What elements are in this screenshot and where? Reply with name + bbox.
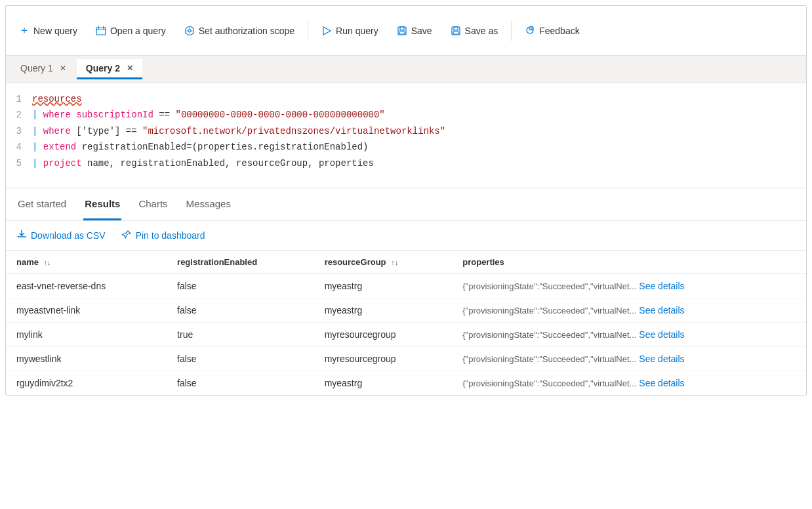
- cell-reg-5: false: [167, 371, 314, 396]
- cell-rg-4: myresourcegroup: [314, 347, 453, 371]
- feedback-icon: [525, 26, 535, 36]
- svg-point-11: [529, 26, 533, 30]
- cell-reg-3: true: [167, 323, 314, 347]
- open-query-button[interactable]: Open a query: [88, 22, 174, 40]
- new-query-button[interactable]: ＋ New query: [11, 20, 85, 41]
- cell-name-5: rguydimiv2tx2: [6, 371, 167, 396]
- tab-get-started[interactable]: Get started: [16, 188, 68, 220]
- tab-charts[interactable]: Charts: [137, 188, 169, 220]
- feedback-label: Feedback: [539, 26, 579, 36]
- download-csv-label: Download as CSV: [31, 230, 106, 241]
- set-auth-label: Set authorization scope: [199, 26, 294, 36]
- code-line-2: 2 | where subscriptionId == "00000000-00…: [6, 107, 806, 123]
- col-header-registration[interactable]: registrationEnabled: [167, 251, 314, 274]
- tab-messages-label: Messages: [186, 198, 231, 209]
- tab-results[interactable]: Results: [83, 188, 121, 220]
- query-tab-2-close[interactable]: ✕: [127, 64, 133, 73]
- results-table: name ↑↓ registrationEnabled resourceGrou…: [6, 251, 806, 395]
- save-button[interactable]: Save: [389, 22, 440, 40]
- svg-rect-5: [400, 27, 404, 30]
- line-content-3: | where ['type'] == "microsoft.network/p…: [32, 124, 806, 138]
- run-query-button[interactable]: Run query: [314, 22, 386, 40]
- rg-sort-icon[interactable]: ↑↓: [391, 258, 398, 266]
- see-details-1[interactable]: See details: [639, 281, 684, 291]
- cell-rg-1: myeastrg: [314, 274, 453, 298]
- cell-name-2: myeastvnet-link: [6, 298, 167, 323]
- svg-marker-3: [323, 27, 331, 35]
- tab-charts-label: Charts: [138, 198, 167, 209]
- see-details-4[interactable]: See details: [639, 354, 684, 364]
- query-tab-1-label: Query 1: [20, 63, 53, 73]
- save-label: Save: [411, 26, 432, 36]
- line-num-1: 1: [6, 92, 32, 106]
- tab-get-started-label: Get started: [18, 198, 66, 209]
- see-details-3[interactable]: See details: [639, 329, 684, 340]
- pin-dashboard-button[interactable]: Pin to dashboard: [121, 230, 205, 242]
- query-tab-1[interactable]: Query 1 ✕: [11, 59, 75, 79]
- table-row: mylink true myresourcegroup {"provisioni…: [6, 323, 806, 347]
- tab-messages[interactable]: Messages: [185, 188, 232, 220]
- table-row: myeastvnet-link false myeastrg {"provisi…: [6, 298, 806, 323]
- separator-2: [511, 20, 512, 41]
- query-tab-2-label: Query 2: [86, 63, 120, 73]
- pin-dashboard-icon: [121, 230, 132, 242]
- line-content-4: | extend registrationEnabled=(properties…: [32, 140, 806, 154]
- cell-rg-5: myeastrg: [314, 371, 453, 396]
- line-content-5: | project name, registrationEnabled, res…: [32, 156, 806, 171]
- query-tab-1-close[interactable]: ✕: [60, 64, 66, 73]
- save-as-label: Save as: [465, 26, 498, 36]
- tab-results-label: Results: [85, 198, 120, 209]
- cell-props-4: {"provisioningState":"Succeeded","virtua…: [452, 347, 806, 371]
- table-header-row: name ↑↓ registrationEnabled resourceGrou…: [6, 251, 806, 274]
- line-content-2: | where subscriptionId == "00000000-0000…: [32, 108, 806, 122]
- svg-rect-8: [454, 27, 458, 30]
- cell-props-1: {"provisioningState":"Succeeded","virtua…: [452, 274, 806, 298]
- new-query-icon: ＋: [19, 24, 30, 37]
- line-num-4: 4: [6, 140, 32, 154]
- cell-rg-2: myeastrg: [314, 298, 453, 323]
- svg-rect-9: [453, 31, 458, 34]
- code-line-3: 3 | where ['type'] == "microsoft.network…: [6, 123, 806, 139]
- cell-reg-1: false: [167, 274, 314, 298]
- see-details-5[interactable]: See details: [639, 378, 684, 388]
- table-row: rguydimiv2tx2 false myeastrg {"provision…: [6, 371, 806, 396]
- cell-name-3: mylink: [6, 323, 167, 347]
- open-query-icon: [96, 26, 106, 36]
- col-header-resourcegroup[interactable]: resourceGroup ↑↓: [314, 251, 453, 274]
- run-query-label: Run query: [336, 26, 378, 36]
- cell-props-5: {"provisioningState":"Succeeded","virtua…: [452, 371, 806, 396]
- cell-reg-4: false: [167, 347, 314, 371]
- separator-1: [308, 20, 308, 41]
- open-query-label: Open a query: [110, 26, 166, 36]
- results-area: Get started Results Charts Messages: [6, 188, 806, 395]
- cell-reg-2: false: [167, 298, 314, 323]
- set-auth-button[interactable]: Set authorization scope: [176, 22, 302, 40]
- code-editor[interactable]: 1 resources 2 | where subscriptionId == …: [6, 83, 806, 188]
- table-row: mywestlink false myresourcegroup {"provi…: [6, 347, 806, 371]
- action-bar: Download as CSV Pin to dashboard: [6, 221, 806, 251]
- save-icon: [397, 26, 407, 36]
- save-as-button[interactable]: Save as: [443, 22, 506, 40]
- feedback-button[interactable]: Feedback: [517, 22, 587, 40]
- see-details-2[interactable]: See details: [639, 305, 684, 316]
- toolbar: ＋ New query Open a query Set a: [6, 6, 806, 56]
- name-sort-icon[interactable]: ↑↓: [44, 258, 51, 266]
- cell-name-4: mywestlink: [6, 347, 167, 371]
- cell-props-3: {"provisioningState":"Succeeded","virtua…: [452, 323, 806, 347]
- cell-name-1: east-vnet-reverse-dns: [6, 274, 167, 298]
- set-auth-icon: [184, 26, 195, 36]
- query-tab-2[interactable]: Query 2 ✕: [77, 59, 142, 79]
- run-query-icon: [321, 26, 332, 36]
- col-header-properties[interactable]: properties: [452, 251, 806, 274]
- download-csv-button[interactable]: Download as CSV: [16, 229, 106, 242]
- code-line-1: 1 resources: [6, 91, 806, 107]
- table-row: east-vnet-reverse-dns false myeastrg {"p…: [6, 274, 806, 298]
- code-line-5: 5 | project name, registrationEnabled, r…: [6, 155, 806, 171]
- line-num-3: 3: [6, 124, 32, 138]
- code-line-4: 4 | extend registrationEnabled=(properti…: [6, 139, 806, 155]
- save-as-icon: [451, 26, 461, 36]
- col-header-name[interactable]: name ↑↓: [6, 251, 167, 274]
- cell-rg-3: myresourcegroup: [314, 323, 453, 347]
- line-num-2: 2: [6, 108, 32, 122]
- download-csv-icon: [16, 229, 27, 242]
